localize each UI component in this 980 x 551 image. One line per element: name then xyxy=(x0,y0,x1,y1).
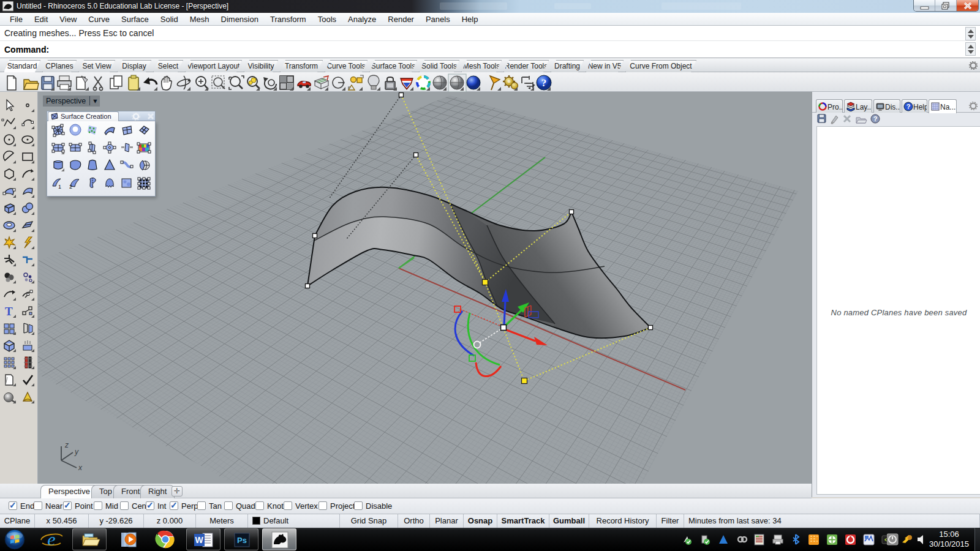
svg-text:W: W xyxy=(195,535,203,545)
svg-text:1: 1 xyxy=(58,184,61,190)
svg-text:x: x xyxy=(78,463,83,472)
svg-text:z: z xyxy=(64,441,69,449)
svg-text:2: 2 xyxy=(69,184,72,190)
svg-text:?: ? xyxy=(873,115,878,122)
svg-text:y: y xyxy=(74,448,79,456)
svg-text:?: ? xyxy=(907,103,911,110)
svg-text:Ps: Ps xyxy=(237,536,247,545)
svg-text:?: ? xyxy=(541,77,547,89)
svg-text:T: T xyxy=(5,305,13,318)
svg-text:e: e xyxy=(47,529,55,549)
